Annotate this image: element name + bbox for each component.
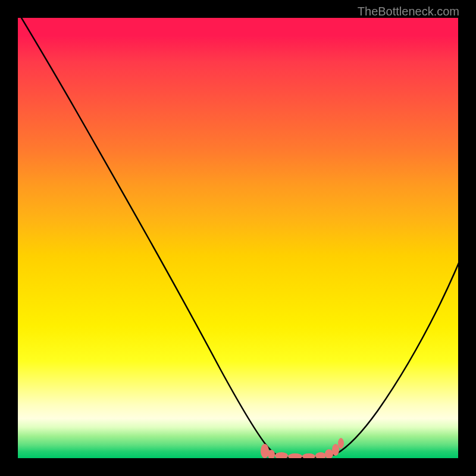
trough-marker (275, 452, 288, 458)
watermark-text: TheBottleneck.com (358, 5, 459, 18)
trough-marker (288, 453, 302, 458)
trough-marker (302, 453, 315, 458)
trough-marker (338, 438, 344, 449)
trough-marker (268, 450, 275, 458)
bottleneck-curve (18, 18, 458, 458)
chart-container: TheBottleneck.com (0, 0, 476, 476)
plot-area (18, 18, 458, 458)
